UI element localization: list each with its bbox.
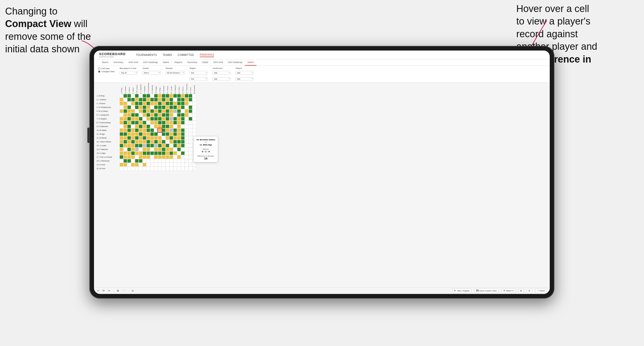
cell-9-5[interactable] <box>135 125 139 128</box>
cell-13-13[interactable] <box>166 140 169 144</box>
cell-13-4[interactable] <box>131 140 135 144</box>
cell-17-13[interactable] <box>166 155 169 159</box>
cell-17-9[interactable] <box>150 155 154 159</box>
cell-18-11[interactable] <box>158 159 162 163</box>
cell-9-12[interactable] <box>162 125 166 128</box>
cell-4-10[interactable] <box>154 105 158 109</box>
cell-12-19[interactable] <box>189 136 192 140</box>
cell-7-1[interactable] <box>120 117 123 121</box>
cell-6-19[interactable] <box>189 113 192 117</box>
cell-6-2[interactable] <box>123 113 127 117</box>
cell-3-10[interactable] <box>154 102 158 105</box>
cell-19-15[interactable] <box>173 163 177 167</box>
cell-3-7[interactable] <box>143 102 146 105</box>
cell-18-9[interactable] <box>150 159 154 163</box>
cell-8-4[interactable] <box>131 121 135 125</box>
cell-17-8[interactable] <box>146 155 150 159</box>
cell-16-18[interactable] <box>185 151 189 155</box>
cell-10-6[interactable] <box>139 128 143 132</box>
cell-20-5[interactable] <box>135 167 139 170</box>
cell-15-16[interactable] <box>177 147 181 151</box>
cell-14-8[interactable] <box>146 144 150 147</box>
cell-2-18[interactable] <box>185 98 189 102</box>
cell-14-11[interactable] <box>158 144 162 147</box>
cell-5-9[interactable] <box>150 109 154 113</box>
toolbar-dots-icon[interactable]: ⋯ <box>122 289 125 292</box>
cell-3-12[interactable] <box>162 102 166 105</box>
cell-15-17[interactable] <box>181 147 185 151</box>
cell-15-9[interactable] <box>150 147 154 151</box>
cell-15-1[interactable] <box>120 147 123 151</box>
cell-8-2[interactable] <box>123 121 127 125</box>
cell-10-11[interactable] <box>158 128 162 132</box>
cell-7-15[interactable] <box>173 117 177 121</box>
filter-conf-select[interactable]: (All) <box>213 71 230 75</box>
cell-4-17[interactable] <box>181 105 185 109</box>
cell-2-13[interactable] <box>166 98 169 102</box>
cell-5-16[interactable] <box>177 109 181 113</box>
compact-view-option[interactable]: Compact View <box>98 70 114 73</box>
cell-20-7[interactable] <box>143 167 146 170</box>
cell-20-11[interactable] <box>158 167 162 170</box>
cell-9-9[interactable] <box>150 125 154 128</box>
filter-conf-select2[interactable]: (All) <box>213 77 230 81</box>
toolbar-redo-icon[interactable]: ↪ <box>108 289 110 292</box>
sub-tab-matrix-left[interactable]: Matrix <box>160 59 172 66</box>
cell-11-10[interactable] <box>154 132 158 136</box>
cell-1-12[interactable] <box>162 94 166 98</box>
cell-2-20[interactable] <box>192 98 196 102</box>
cell-8-6[interactable] <box>139 121 143 125</box>
cell-14-13[interactable] <box>166 144 169 147</box>
sub-tab-summary-right[interactable]: Summary <box>185 59 200 66</box>
cell-17-4[interactable] <box>131 155 135 159</box>
cell-16-17[interactable] <box>181 151 185 155</box>
cell-18-4[interactable] <box>131 159 135 163</box>
cell-15-4[interactable] <box>131 147 135 151</box>
cell-8-16[interactable] <box>177 121 181 125</box>
cell-4-15[interactable] <box>173 105 177 109</box>
cell-2-12[interactable] <box>162 98 166 102</box>
filter-gender-select[interactable]: Men's <box>143 71 160 75</box>
cell-19-16[interactable] <box>177 163 181 167</box>
cell-5-2[interactable] <box>123 109 127 113</box>
cell-8-8[interactable] <box>146 121 150 125</box>
cell-3-8[interactable] <box>146 102 150 105</box>
sub-tab-h2hheat-right[interactable]: H2H Heatmap <box>225 59 245 66</box>
cell-15-15[interactable] <box>173 147 177 151</box>
cell-12-11[interactable] <box>158 136 162 140</box>
cell-14-9[interactable] <box>150 144 154 147</box>
cell-13-3[interactable] <box>127 140 131 144</box>
sub-tab-h2hgrid-right[interactable]: H2H Grid <box>211 59 226 66</box>
cell-10-16[interactable] <box>177 128 181 132</box>
cell-13-15[interactable] <box>173 140 177 144</box>
cell-20-2[interactable] <box>123 167 127 170</box>
cell-12-14[interactable] <box>169 136 173 140</box>
cell-13-10[interactable] <box>154 140 158 144</box>
cell-15-5[interactable] <box>135 147 139 151</box>
cell-16-11[interactable] <box>158 151 162 155</box>
cell-17-1[interactable] <box>120 155 123 159</box>
compact-view-radio[interactable] <box>98 70 100 73</box>
cell-16-8[interactable] <box>146 151 150 155</box>
filter-max-select[interactable]: Top 25 <box>120 71 137 75</box>
cell-7-6[interactable] <box>139 117 143 121</box>
cell-4-20[interactable] <box>192 105 196 109</box>
cell-1-15[interactable] <box>173 94 177 98</box>
cell-2-9[interactable] <box>150 98 154 102</box>
cell-2-15[interactable] <box>173 98 177 102</box>
sub-tab-h2hgrid-left[interactable]: H2H Grid <box>126 59 141 66</box>
cell-13-12[interactable] <box>162 140 166 144</box>
cell-20-15[interactable] <box>173 167 177 170</box>
grid-btn[interactable]: ⊟ <box>527 289 532 293</box>
cell-3-1[interactable] <box>120 102 123 105</box>
nav-committee[interactable]: COMMITTEE <box>178 53 194 57</box>
cell-18-10[interactable] <box>154 159 158 163</box>
cell-5-1[interactable] <box>120 109 123 113</box>
cell-3-3[interactable] <box>127 102 131 105</box>
cell-18-6[interactable] <box>139 159 143 163</box>
cell-18-15[interactable] <box>173 159 177 163</box>
cell-17-18[interactable] <box>185 155 189 159</box>
cell-7-11[interactable] <box>158 117 162 121</box>
cell-12-3[interactable] <box>127 136 131 140</box>
cell-14-7[interactable] <box>143 144 146 147</box>
